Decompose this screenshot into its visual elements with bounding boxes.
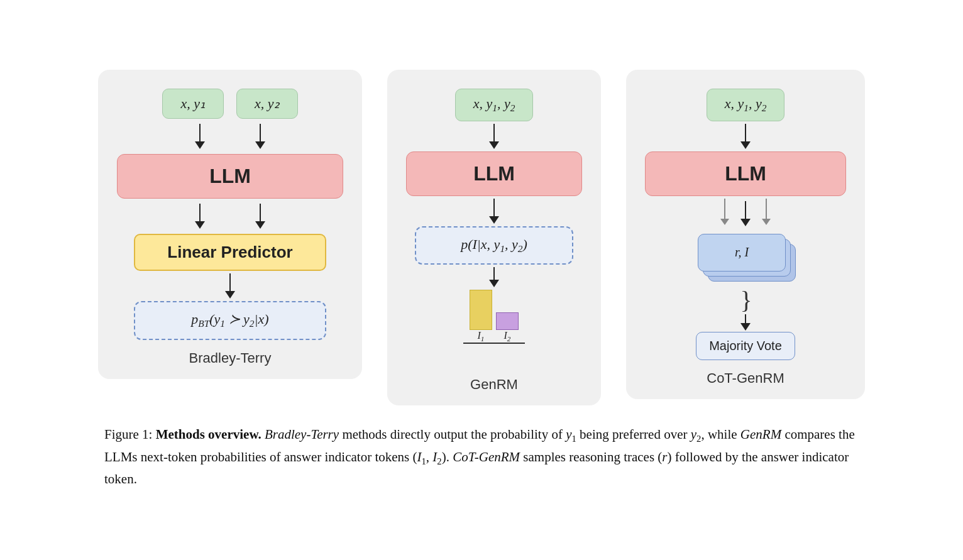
cotgenrm-arrow-2: [740, 314, 751, 331]
cotgenrm-panel: x, y1, y2 LLM: [626, 70, 865, 398]
figure-number: Figure 1:: [104, 427, 152, 442]
bt-arrow-4: [255, 204, 265, 229]
page-container: x, y₁ x, y₂: [41, 70, 922, 490]
figure-caption: Figure 1: Methods overview. Bradley-Terr…: [104, 424, 859, 490]
bt-input-row: x, y₁ x, y₂: [162, 89, 297, 119]
bt-caption: Bradley-Terry: [189, 350, 272, 366]
cotgenrm-card-label: r, I: [735, 245, 749, 260]
genrm-input-box: x, y1, y2: [455, 89, 534, 121]
genrm-bar-2: [496, 312, 519, 330]
genrm-bar-1-label: I1: [478, 330, 485, 343]
diagrams-row: x, y₁ x, y₂: [41, 70, 922, 405]
figure-title: Methods overview.: [156, 427, 265, 442]
bt-arrow-1: [195, 124, 205, 149]
cotgenrm-llm-label: LLM: [725, 162, 766, 185]
bradley-terry-ref: Bradley-Terry: [265, 427, 339, 442]
bradley-terry-panel: x, y₁ x, y₂: [98, 70, 362, 378]
majority-vote-box: Majority Vote: [696, 332, 795, 360]
cot-gray-arrow-1: [720, 199, 729, 229]
genrm-ref: GenRM: [740, 427, 781, 442]
genrm-bar-2-item: I2: [496, 312, 519, 343]
genrm-llm-box: LLM: [406, 151, 582, 196]
majority-vote-label: Majority Vote: [709, 339, 782, 353]
genrm-output-label: p(I|x, y1, y2): [461, 236, 527, 252]
genrm-bar-2-label: I2: [504, 330, 511, 343]
caption-text-1: methods directly output the probability …: [342, 427, 740, 442]
bt-input-box-2: x, y₂: [236, 89, 298, 119]
bt-llm-label: LLM: [209, 165, 251, 187]
genrm-panel: x, y1, y2 LLM: [387, 70, 601, 405]
bt-input-label-2: x, y₂: [255, 96, 280, 111]
cot-gray-arrow-2: [762, 199, 771, 229]
bt-output-label: pBT(y1 ≻ y2|x): [191, 311, 268, 327]
bt-arrow-5: [225, 273, 235, 299]
genrm-bar-chart: I1 I2: [463, 294, 525, 344]
bt-input-box-1: x, y₁: [162, 89, 224, 119]
genrm-llm-label: LLM: [473, 162, 515, 185]
cotgenrm-llm-box: LLM: [645, 151, 846, 196]
cotgenrm-arrow-1: [740, 124, 751, 149]
genrm-arrow-3: [489, 267, 499, 287]
cotgenrm-stacked-cards: r, I: [695, 231, 796, 282]
genrm-output-box: p(I|x, y1, y2): [415, 226, 573, 265]
genrm-bar-1-item: I1: [470, 290, 492, 343]
cotgenrm-brace: }: [740, 288, 751, 313]
bt-output-box: pBT(y1 ≻ y2|x): [134, 301, 326, 339]
genrm-arrow-1: [489, 124, 499, 149]
cotgenrm-ref: CoT-GenRM: [453, 449, 520, 464]
bt-arrow-2: [255, 124, 265, 149]
linear-predictor-label: Linear Predictor: [167, 243, 292, 261]
cotgenrm-input-box: x, y1, y2: [707, 89, 785, 121]
cotgenrm-caption: CoT-GenRM: [707, 370, 784, 387]
cotgenrm-input-label: x, y1, y2: [725, 96, 767, 111]
genrm-input-label: x, y1, y2: [473, 96, 515, 111]
cotgenrm-card-front: r, I: [698, 234, 786, 272]
genrm-caption: GenRM: [470, 376, 518, 393]
genrm-arrow-2: [489, 199, 499, 224]
cot-black-arrow: [740, 201, 751, 226]
bt-input-label-1: x, y₁: [180, 96, 206, 111]
bt-arrow-3: [195, 204, 205, 229]
linear-predictor-box: Linear Predictor: [134, 234, 326, 271]
bt-llm-box: LLM: [117, 154, 343, 199]
genrm-bar-1: [470, 290, 492, 330]
